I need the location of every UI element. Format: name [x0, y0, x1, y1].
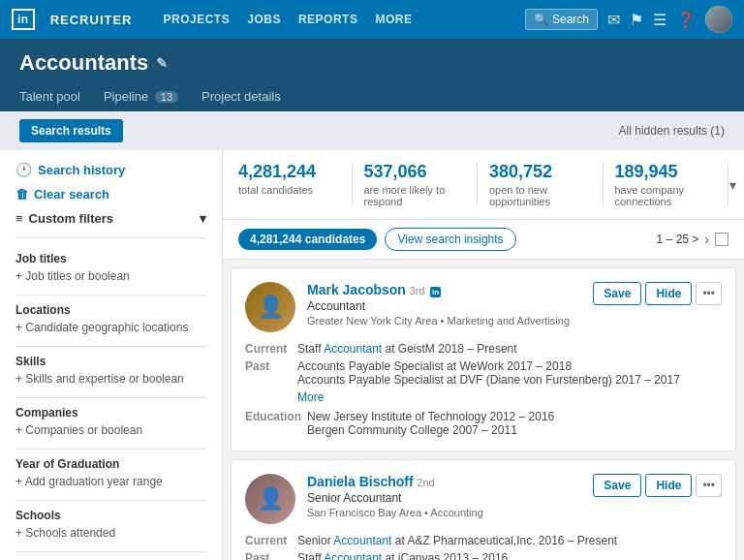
- filter-skills: Skills + Skills and expertise or boolean: [16, 355, 206, 386]
- nav-search-box[interactable]: 🔍 Search: [525, 9, 598, 30]
- candidate-avatar: 👤: [245, 474, 295, 524]
- candidate-badge: 3rd: [410, 285, 425, 296]
- edu-detail-2: Bergen Community College 2007 – 2011: [307, 423, 554, 437]
- candidate-location: San Francisco Bay Area • Accounting: [307, 507, 581, 518]
- filter-locations: Locations + Candidate geographic locatio…: [16, 303, 206, 334]
- filter-companies-label: Companies: [16, 406, 206, 420]
- stat-open-number: 380,752: [489, 162, 591, 182]
- filter-graduation-add[interactable]: + Add graduation year range: [16, 475, 206, 488]
- filter-companies-add[interactable]: + Companies or boolean: [16, 423, 206, 437]
- search-history-row[interactable]: 🕐 Search history: [16, 162, 206, 177]
- top-nav: in RECRUITER PROJECTS JOBS REPORTS MORE …: [0, 0, 744, 39]
- candidate-card: 👤 Daniela Bischoff 2nd Senior Accountant…: [231, 459, 736, 560]
- filter-schools-add[interactable]: + Schools attended: [16, 526, 206, 540]
- candidate-avatar: 👤: [245, 282, 295, 332]
- nav-reports[interactable]: REPORTS: [298, 13, 358, 26]
- help-icon[interactable]: ❓: [676, 11, 696, 29]
- stat-total-number: 4,281,244: [238, 162, 340, 182]
- project-header: Accountants ✎ Talent pool Pipeline 13 Pr…: [0, 39, 744, 111]
- stat-total-label: total candidates: [238, 184, 340, 196]
- stat-open-label: open to new opportunities: [489, 184, 591, 207]
- filter-job-titles-label: Job titles: [16, 252, 206, 265]
- filter-skills-add[interactable]: + Skills and expertise or boolean: [16, 372, 206, 386]
- candidate-location: Greater New York City Area • Marketing a…: [307, 315, 581, 327]
- filter-graduation: Year of Graduation + Add graduation year…: [16, 457, 206, 488]
- candidate-card: 👤 Mark Jacobson 3rd in Accountant Greate…: [231, 267, 736, 451]
- custom-filters-label: Custom filters: [29, 211, 113, 226]
- view-insights-button[interactable]: View search insights: [385, 228, 515, 251]
- avatar[interactable]: [705, 6, 732, 33]
- tab-pipeline[interactable]: Pipeline 13: [104, 83, 194, 111]
- stat-respond-number: 537,066: [364, 162, 466, 182]
- stat-respond-label: are more likely to respond: [364, 184, 466, 207]
- save-button[interactable]: Save: [593, 474, 641, 497]
- nav-links: PROJECTS JOBS REPORTS MORE: [164, 13, 413, 26]
- candidate-title: Senior Accountant: [307, 491, 581, 505]
- past-detail-2: Accounts Payable Specialist at DVF (Dian…: [297, 373, 680, 387]
- stats-row: 4,281,244 total candidates 537,066 are m…: [223, 150, 744, 220]
- search-results-bar: Search results All hidden results (1): [0, 111, 744, 150]
- stat-respond: 537,066 are more likely to respond: [353, 162, 479, 207]
- avatar-image: 👤: [245, 282, 295, 332]
- filter-job-titles-add[interactable]: + Job titles or boolean: [16, 269, 206, 283]
- flag-icon[interactable]: ⚑: [630, 11, 643, 29]
- nav-projects[interactable]: PROJECTS: [164, 13, 231, 26]
- tab-project-details[interactable]: Project details: [202, 83, 296, 111]
- filter-schools: Schools + Schools attended: [16, 509, 206, 540]
- more-button[interactable]: •••: [696, 282, 722, 305]
- current-exp-row: Current Senior Accountant at A&Z Pharmac…: [245, 534, 722, 547]
- filter-graduation-label: Year of Graduation: [16, 457, 206, 471]
- edit-icon[interactable]: ✎: [156, 55, 168, 71]
- clear-search-label: Clear search: [34, 187, 109, 202]
- sidebar: 🕐 Search history 🗑 Clear search ≡ Custom…: [0, 150, 223, 560]
- hide-button[interactable]: Hide: [645, 474, 692, 497]
- nav-more[interactable]: MORE: [375, 13, 412, 26]
- more-button[interactable]: •••: [696, 474, 722, 497]
- filter-icon: ≡: [16, 211, 23, 226]
- stat-connections: 189,945 have company connections: [604, 162, 729, 207]
- avatar-image: 👤: [245, 474, 295, 524]
- search-icon: 🔍: [534, 13, 548, 26]
- next-page-icon[interactable]: ›: [704, 232, 709, 247]
- save-button[interactable]: Save: [593, 282, 641, 305]
- stat-total: 4,281,244 total candidates: [238, 162, 353, 207]
- stat-connections-label: have company connections: [615, 184, 717, 207]
- project-tabs: Talent pool Pipeline 13 Project details: [19, 83, 725, 111]
- candidate-name-row: Daniela Bischoff 2nd: [307, 474, 581, 489]
- hidden-results-text: All hidden results (1): [619, 124, 725, 138]
- custom-filters-row[interactable]: ≡ Custom filters ▾: [16, 211, 206, 238]
- project-title: Accountants: [19, 50, 148, 76]
- stats-chevron-icon[interactable]: ▾: [729, 177, 736, 193]
- filter-companies: Companies + Companies or boolean: [16, 406, 206, 437]
- candidate-name[interactable]: Daniela Bischoff: [307, 474, 414, 489]
- filter-skills-label: Skills: [16, 355, 206, 368]
- more-link[interactable]: More: [297, 390, 722, 404]
- mail-icon[interactable]: ✉: [607, 11, 620, 29]
- current-detail: Senior Accountant at A&Z Pharmaceutical,…: [297, 534, 617, 547]
- search-history-label: Search history: [38, 163, 125, 177]
- candidate-name[interactable]: Mark Jacobson: [307, 282, 406, 297]
- past-detail-1: Accounts Payable Specialist at WeWork 20…: [297, 359, 680, 373]
- current-exp-row: Current Staff Accountant at GeistM 2018 …: [245, 342, 722, 356]
- hide-button[interactable]: Hide: [645, 282, 692, 305]
- list-icon[interactable]: ☰: [653, 11, 666, 29]
- filter-locations-add[interactable]: + Candidate geographic locations: [16, 321, 206, 334]
- clear-search-row[interactable]: 🗑 Clear search: [16, 187, 206, 202]
- linkedin-logo: in: [12, 9, 35, 30]
- stat-connections-number: 189,945: [615, 162, 717, 182]
- pipeline-badge: 13: [155, 91, 178, 103]
- select-all-checkbox[interactable]: [715, 233, 728, 246]
- candidate-title: Accountant: [307, 299, 581, 313]
- candidates-count-button[interactable]: 4,281,244 candidates: [238, 229, 377, 250]
- tab-talent-pool[interactable]: Talent pool: [19, 83, 96, 111]
- trash-icon: 🗑: [16, 187, 28, 202]
- search-results-button[interactable]: Search results: [19, 119, 123, 142]
- education-label: Education: [245, 410, 301, 437]
- candidate-info: Mark Jacobson 3rd in Accountant Greater …: [307, 282, 581, 332]
- candidate-badge: 2nd: [417, 477, 434, 488]
- candidate-info: Daniela Bischoff 2nd Senior Accountant S…: [307, 474, 581, 524]
- brand-name: RECRUITER: [50, 13, 133, 27]
- pagination-text: 1 – 25 >: [657, 233, 699, 246]
- past-exp-row: Past Staff Accountant at iCanvas 2013 – …: [245, 551, 722, 560]
- nav-jobs[interactable]: JOBS: [247, 13, 281, 26]
